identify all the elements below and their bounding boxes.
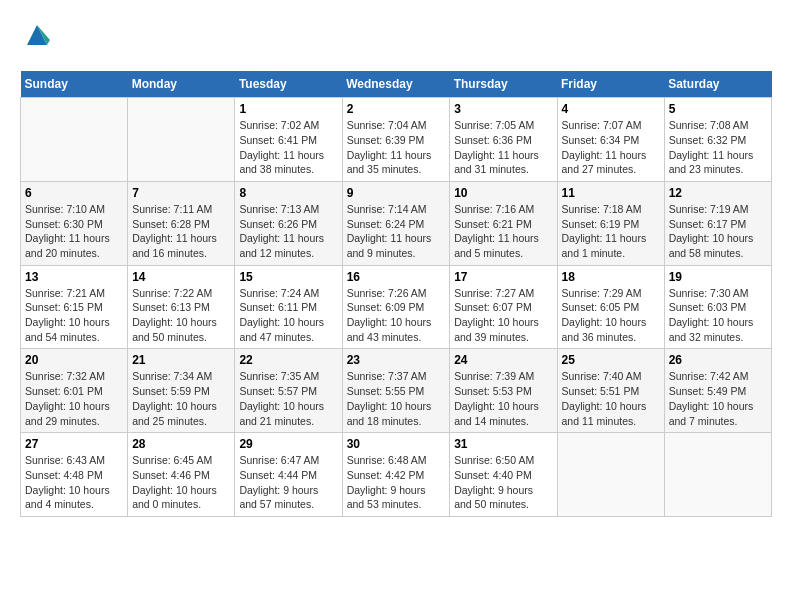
day-number: 22 [239,353,337,367]
day-info: Sunrise: 7:39 AM Sunset: 5:53 PM Dayligh… [454,369,552,428]
day-info: Sunrise: 7:22 AM Sunset: 6:13 PM Dayligh… [132,286,230,345]
day-info: Sunrise: 7:07 AM Sunset: 6:34 PM Dayligh… [562,118,660,177]
calendar-cell [128,98,235,182]
day-number: 23 [347,353,446,367]
weekday-header: Thursday [450,71,557,98]
day-number: 7 [132,186,230,200]
weekday-header: Monday [128,71,235,98]
day-info: Sunrise: 7:34 AM Sunset: 5:59 PM Dayligh… [132,369,230,428]
day-number: 11 [562,186,660,200]
calendar-cell: 17Sunrise: 7:27 AM Sunset: 6:07 PM Dayli… [450,265,557,349]
day-number: 12 [669,186,767,200]
weekday-header: Friday [557,71,664,98]
day-number: 8 [239,186,337,200]
logo-icon [22,20,52,50]
day-number: 31 [454,437,552,451]
day-number: 1 [239,102,337,116]
calendar-cell: 16Sunrise: 7:26 AM Sunset: 6:09 PM Dayli… [342,265,450,349]
day-number: 13 [25,270,123,284]
day-number: 21 [132,353,230,367]
day-info: Sunrise: 7:27 AM Sunset: 6:07 PM Dayligh… [454,286,552,345]
day-info: Sunrise: 7:40 AM Sunset: 5:51 PM Dayligh… [562,369,660,428]
day-info: Sunrise: 7:35 AM Sunset: 5:57 PM Dayligh… [239,369,337,428]
day-number: 9 [347,186,446,200]
calendar-cell: 21Sunrise: 7:34 AM Sunset: 5:59 PM Dayli… [128,349,235,433]
day-number: 15 [239,270,337,284]
day-info: Sunrise: 6:47 AM Sunset: 4:44 PM Dayligh… [239,453,337,512]
calendar-cell: 4Sunrise: 7:07 AM Sunset: 6:34 PM Daylig… [557,98,664,182]
day-number: 28 [132,437,230,451]
day-info: Sunrise: 7:04 AM Sunset: 6:39 PM Dayligh… [347,118,446,177]
calendar-cell: 26Sunrise: 7:42 AM Sunset: 5:49 PM Dayli… [664,349,771,433]
calendar-cell: 8Sunrise: 7:13 AM Sunset: 6:26 PM Daylig… [235,181,342,265]
calendar-cell: 7Sunrise: 7:11 AM Sunset: 6:28 PM Daylig… [128,181,235,265]
day-info: Sunrise: 7:02 AM Sunset: 6:41 PM Dayligh… [239,118,337,177]
calendar-cell: 2Sunrise: 7:04 AM Sunset: 6:39 PM Daylig… [342,98,450,182]
calendar-cell: 15Sunrise: 7:24 AM Sunset: 6:11 PM Dayli… [235,265,342,349]
calendar-cell: 22Sunrise: 7:35 AM Sunset: 5:57 PM Dayli… [235,349,342,433]
calendar-cell: 10Sunrise: 7:16 AM Sunset: 6:21 PM Dayli… [450,181,557,265]
calendar-cell [664,433,771,517]
day-info: Sunrise: 7:30 AM Sunset: 6:03 PM Dayligh… [669,286,767,345]
day-info: Sunrise: 6:48 AM Sunset: 4:42 PM Dayligh… [347,453,446,512]
day-info: Sunrise: 7:37 AM Sunset: 5:55 PM Dayligh… [347,369,446,428]
calendar-cell: 23Sunrise: 7:37 AM Sunset: 5:55 PM Dayli… [342,349,450,433]
day-info: Sunrise: 7:08 AM Sunset: 6:32 PM Dayligh… [669,118,767,177]
day-number: 16 [347,270,446,284]
day-info: Sunrise: 7:32 AM Sunset: 6:01 PM Dayligh… [25,369,123,428]
calendar-cell: 31Sunrise: 6:50 AM Sunset: 4:40 PM Dayli… [450,433,557,517]
calendar-table: SundayMondayTuesdayWednesdayThursdayFrid… [20,71,772,517]
day-info: Sunrise: 7:10 AM Sunset: 6:30 PM Dayligh… [25,202,123,261]
day-number: 24 [454,353,552,367]
calendar-cell: 27Sunrise: 6:43 AM Sunset: 4:48 PM Dayli… [21,433,128,517]
logo [20,20,52,55]
calendar-cell: 5Sunrise: 7:08 AM Sunset: 6:32 PM Daylig… [664,98,771,182]
day-info: Sunrise: 7:13 AM Sunset: 6:26 PM Dayligh… [239,202,337,261]
calendar-cell: 14Sunrise: 7:22 AM Sunset: 6:13 PM Dayli… [128,265,235,349]
weekday-header: Wednesday [342,71,450,98]
day-number: 19 [669,270,767,284]
day-number: 14 [132,270,230,284]
day-number: 6 [25,186,123,200]
day-number: 26 [669,353,767,367]
day-info: Sunrise: 7:05 AM Sunset: 6:36 PM Dayligh… [454,118,552,177]
calendar-cell: 25Sunrise: 7:40 AM Sunset: 5:51 PM Dayli… [557,349,664,433]
calendar-cell: 18Sunrise: 7:29 AM Sunset: 6:05 PM Dayli… [557,265,664,349]
calendar-cell: 1Sunrise: 7:02 AM Sunset: 6:41 PM Daylig… [235,98,342,182]
day-number: 10 [454,186,552,200]
weekday-header: Sunday [21,71,128,98]
calendar-cell: 12Sunrise: 7:19 AM Sunset: 6:17 PM Dayli… [664,181,771,265]
day-info: Sunrise: 7:19 AM Sunset: 6:17 PM Dayligh… [669,202,767,261]
day-info: Sunrise: 7:29 AM Sunset: 6:05 PM Dayligh… [562,286,660,345]
day-number: 4 [562,102,660,116]
day-number: 29 [239,437,337,451]
day-number: 30 [347,437,446,451]
day-number: 20 [25,353,123,367]
day-number: 5 [669,102,767,116]
calendar-cell: 20Sunrise: 7:32 AM Sunset: 6:01 PM Dayli… [21,349,128,433]
day-info: Sunrise: 7:14 AM Sunset: 6:24 PM Dayligh… [347,202,446,261]
calendar-cell: 11Sunrise: 7:18 AM Sunset: 6:19 PM Dayli… [557,181,664,265]
day-info: Sunrise: 6:43 AM Sunset: 4:48 PM Dayligh… [25,453,123,512]
day-info: Sunrise: 7:26 AM Sunset: 6:09 PM Dayligh… [347,286,446,345]
calendar-cell: 24Sunrise: 7:39 AM Sunset: 5:53 PM Dayli… [450,349,557,433]
calendar-cell: 3Sunrise: 7:05 AM Sunset: 6:36 PM Daylig… [450,98,557,182]
day-number: 2 [347,102,446,116]
weekday-header: Saturday [664,71,771,98]
day-info: Sunrise: 7:16 AM Sunset: 6:21 PM Dayligh… [454,202,552,261]
day-info: Sunrise: 7:11 AM Sunset: 6:28 PM Dayligh… [132,202,230,261]
calendar-cell [557,433,664,517]
calendar-cell: 19Sunrise: 7:30 AM Sunset: 6:03 PM Dayli… [664,265,771,349]
calendar-cell: 9Sunrise: 7:14 AM Sunset: 6:24 PM Daylig… [342,181,450,265]
day-number: 25 [562,353,660,367]
day-number: 18 [562,270,660,284]
calendar-cell: 13Sunrise: 7:21 AM Sunset: 6:15 PM Dayli… [21,265,128,349]
calendar-cell: 29Sunrise: 6:47 AM Sunset: 4:44 PM Dayli… [235,433,342,517]
day-info: Sunrise: 7:18 AM Sunset: 6:19 PM Dayligh… [562,202,660,261]
day-number: 3 [454,102,552,116]
day-info: Sunrise: 7:24 AM Sunset: 6:11 PM Dayligh… [239,286,337,345]
calendar-cell: 28Sunrise: 6:45 AM Sunset: 4:46 PM Dayli… [128,433,235,517]
day-info: Sunrise: 7:21 AM Sunset: 6:15 PM Dayligh… [25,286,123,345]
day-number: 27 [25,437,123,451]
weekday-header: Tuesday [235,71,342,98]
